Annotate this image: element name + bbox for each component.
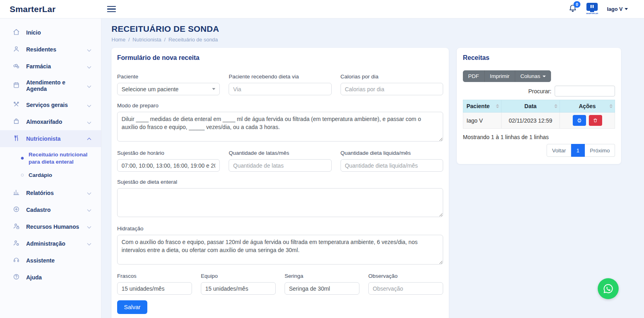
hidratacao-textarea[interactable]: Com o auxílio do frasco e equipo, passar… — [117, 235, 443, 265]
hidratacao-label: Hidratação — [117, 226, 443, 232]
pagination-prev-button[interactable]: Voltar — [547, 144, 571, 157]
search-label: Procurar: — [528, 88, 551, 94]
breadcrumb: Home / Nutricionista / Receituário de so… — [111, 37, 634, 43]
box-icon — [13, 118, 20, 126]
sujestao-dieta-textarea[interactable] — [117, 188, 443, 217]
tools-icon — [13, 101, 20, 109]
sidebar-item-relatorios[interactable]: Relatórios — [0, 185, 101, 201]
pdf-button[interactable]: PDF — [463, 70, 484, 82]
sidebar-item-atendimento-agenda[interactable]: Atendimento e Agenda — [0, 75, 101, 96]
sidebar-item-recursos-humanos[interactable]: Recursos Humanos — [0, 218, 101, 235]
person-gear-icon — [13, 240, 20, 248]
sidebar-item-ajuda[interactable]: Ajuda — [0, 269, 101, 286]
question-circle-icon — [13, 273, 20, 281]
reports-icon — [13, 189, 20, 197]
bullet-icon — [21, 157, 24, 160]
chevron-down-icon — [543, 76, 546, 77]
via-label: Paciente recebendo dieta via — [229, 74, 331, 80]
sidebar-item-servicos-gerais[interactable]: Serviços gerais — [0, 96, 101, 113]
frascos-label: Frascos — [117, 273, 192, 279]
dieta-liquida-input[interactable] — [341, 159, 443, 172]
receitas-title: Receitas — [463, 54, 615, 62]
pill-icon — [13, 62, 20, 70]
column-header-paciente[interactable]: Paciente — [463, 100, 502, 113]
row-delete-button[interactable] — [589, 115, 602, 126]
person-icon — [13, 45, 20, 53]
chevron-down-icon — [87, 225, 91, 229]
form-title: Formulário de nova receita — [117, 54, 443, 62]
columns-dropdown-button[interactable]: Colunas — [515, 70, 551, 82]
top-header: SmarterLar 0 SMARTERLAR Iago V — [0, 0, 644, 18]
sidebar-subitem-receituario[interactable]: Receituário nutricional para dieta enter… — [0, 148, 101, 168]
cell-data: 02/11/2023 12:59 — [502, 113, 560, 129]
pagination-next-button[interactable]: Próximo — [585, 144, 615, 157]
whatsapp-icon — [603, 283, 614, 294]
breadcrumb-section[interactable]: Nutricionista — [132, 37, 161, 43]
pagination: Voltar 1 Próximo — [463, 144, 615, 157]
trash-icon — [593, 118, 598, 123]
plus-circle-icon — [13, 206, 20, 214]
chevron-down-icon — [87, 84, 91, 88]
sidebar-subitem-cardapio[interactable]: Cardápio — [0, 168, 101, 182]
page-title: RECEITUÁRIO DE SONDA — [111, 24, 634, 34]
receitas-table: Paciente Data Ações Iago V 02/11/2023 12… — [463, 100, 615, 129]
dieta-liquida-label: Quantidade dieta liquida/mês — [341, 150, 443, 156]
sidebar-item-farmacia[interactable]: Farmácia — [0, 58, 101, 75]
cell-acoes — [560, 113, 615, 129]
search-input[interactable] — [555, 86, 615, 96]
headset-icon — [13, 256, 20, 265]
pagination-page-1[interactable]: 1 — [571, 144, 585, 157]
column-header-acoes[interactable]: Ações — [560, 100, 615, 113]
modo-preparo-textarea[interactable]: Diluir ____ medidas de dieta enteral em … — [117, 112, 443, 142]
chevron-up-icon — [87, 137, 91, 142]
notifications-button[interactable]: 0 — [568, 4, 577, 14]
sidebar-item-nutricionista[interactable]: Nutricionista — [0, 130, 101, 147]
seringa-label: Seringa — [285, 273, 359, 279]
sidebar-item-inicio[interactable]: Início — [0, 24, 101, 41]
paciente-select[interactable]: Selecione um paciente — [117, 83, 220, 95]
bell-icon — [568, 8, 577, 14]
avatar[interactable]: SMARTERLAR — [586, 3, 598, 16]
breadcrumb-home[interactable]: Home — [111, 37, 126, 43]
user-name: Iago V — [607, 6, 623, 12]
frascos-input[interactable] — [117, 282, 192, 295]
sidebar-item-almoxarifado[interactable]: Almoxarifado — [0, 113, 101, 130]
latas-input[interactable] — [229, 159, 331, 172]
app-logo[interactable]: SmarterLar — [10, 4, 56, 14]
latas-label: Quantidade de latas/mês — [229, 150, 331, 156]
save-button[interactable]: Salvar — [117, 300, 147, 314]
sidebar-item-cadastro[interactable]: Cadastro — [0, 201, 101, 218]
print-button[interactable]: Imprimir — [484, 70, 515, 82]
home-icon — [13, 29, 20, 37]
horario-input[interactable] — [117, 159, 220, 172]
cell-paciente: Iago V — [463, 113, 502, 129]
sidebar-item-administracao[interactable]: Administração — [0, 235, 101, 252]
observacao-input[interactable] — [368, 282, 443, 295]
sidebar-item-assistente[interactable]: Assistente — [0, 252, 101, 269]
sort-icon — [554, 104, 557, 108]
hamburger-menu-icon[interactable] — [105, 4, 118, 14]
sidebar-item-residentes[interactable]: Residentes — [0, 41, 101, 58]
row-print-button[interactable] — [573, 115, 586, 126]
chevron-down-icon — [625, 8, 628, 10]
nutricionista-submenu: Receituário nutricional para dieta enter… — [0, 147, 101, 185]
user-menu[interactable]: Iago V — [607, 6, 628, 12]
table-toolbar: PDF Imprimir Colunas — [463, 70, 551, 82]
equipo-input[interactable] — [201, 282, 276, 295]
calorias-input[interactable] — [341, 83, 443, 95]
via-input[interactable] — [229, 83, 331, 95]
table-row: Iago V 02/11/2023 12:59 — [463, 113, 615, 129]
paciente-label: Paciente — [117, 74, 220, 80]
chevron-down-icon — [87, 208, 91, 212]
brand-monitor-icon — [586, 3, 598, 11]
whatsapp-button[interactable] — [598, 278, 619, 299]
sujestao-dieta-label: Sujestão de dieta enteral — [117, 179, 443, 185]
chevron-down-icon — [87, 103, 91, 107]
receitas-card: Receitas PDF Imprimir Colunas Procurar: — [457, 48, 621, 164]
seringa-input[interactable] — [285, 282, 359, 295]
person-lock-icon — [13, 223, 20, 231]
chevron-down-icon — [87, 64, 91, 68]
column-header-data[interactable]: Data — [502, 100, 560, 113]
horario-label: Sujestão de horário — [117, 150, 220, 156]
equipo-label: Equipo — [201, 273, 276, 279]
